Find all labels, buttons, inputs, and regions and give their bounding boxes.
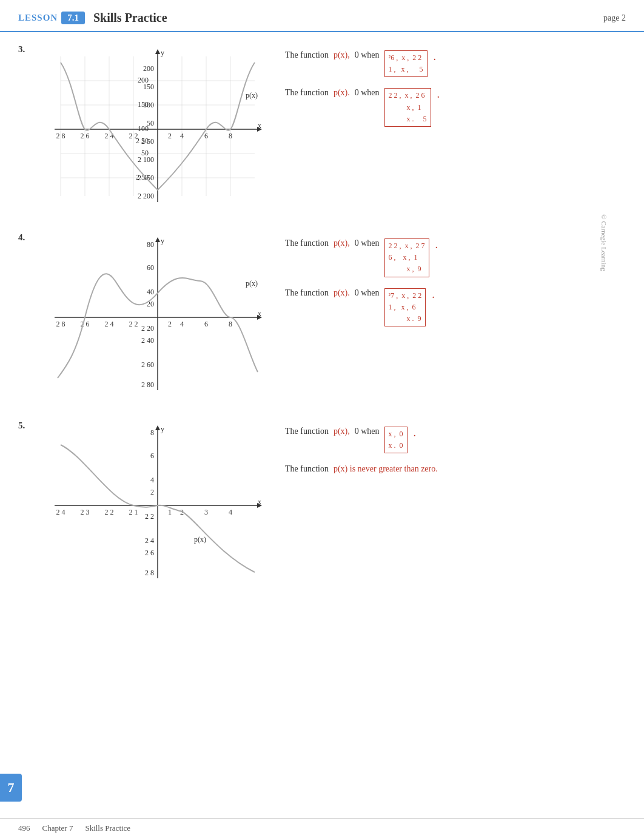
lesson-number: 7.1 [61,12,85,24]
svg-text:y: y [161,425,164,433]
svg-text:2 4: 2 4 [145,536,154,545]
page-footer: 496 Chapter 7 Skills Practice [0,818,644,838]
svg-text:4: 4 [180,132,184,140]
svg-text:2 8: 2 8 [145,569,154,577]
function-zero-3-1: 0 when [355,50,380,60]
svg-text:2 3: 2 3 [81,508,90,516]
svg-text:2 40: 2 40 [141,336,154,345]
svg-text:4: 4 [150,476,154,484]
svg-text:40: 40 [147,288,154,296]
problem-5-line-2: The function p(x) is never greater than … [285,464,626,474]
function-box-4-1: 2 2 , x , 2 76 , x , 1 x , 9 [384,238,429,277]
function-box-3-2: 2 2 , x , 2 6 x , 1 x . 5 [384,88,431,127]
function-box-3-1: ²6 , x , 2 21 , x , 5 [384,50,428,77]
svg-text:2: 2 [150,488,154,496]
problem-3-line-1: The function p(x), 0 when ²6 , x , 2 21 … [285,50,626,77]
problem-3-row: 3. [18,44,626,214]
bracket-4-1: . [435,238,438,251]
svg-text:p(x): p(x) [246,91,258,100]
function-prefix-3-2: The function [285,88,329,98]
problem-4-graph-area: 4. 80 60 40 20 2 20 2 40 2 60 2 80 [18,232,273,402]
svg-text:8: 8 [150,428,154,437]
svg-text:6: 6 [204,132,208,140]
svg-text:2 2: 2 2 [145,512,154,521]
function-zero-4-2: 0 when [355,288,380,298]
function-px-4-2: p(x). [334,288,350,298]
function-box-4-2: ²7 , x , 2 21 , x , 6 x . 9 [384,288,426,327]
svg-text:80: 80 [147,240,154,249]
main-content: 3. [0,38,644,621]
svg-text:2 100: 2 100 [138,155,154,164]
lesson-label: LESSON [18,13,58,23]
svg-text:150: 150 [143,83,154,91]
svg-text:2 1: 2 1 [129,508,138,516]
svg-text:2 6: 2 6 [145,549,154,557]
graph-5: 8 6 4 2 2 2 2 4 2 6 2 8 2 4 2 3 2 2 2 1 … [36,421,267,590]
svg-text:x: x [258,121,261,130]
problem-4-line-1: The function p(x), 0 when 2 2 , x , 2 76… [285,238,626,277]
function-zero-4-1: 0 when [355,238,380,248]
bracket-3-1: . [434,50,437,63]
svg-text:2 80: 2 80 [141,380,154,389]
footer-section: Skills Practice [85,823,130,833]
svg-text:2 8: 2 8 [56,132,65,140]
svg-text:8: 8 [229,132,232,140]
page-number: page 2 [603,13,626,23]
problem-3-line-2: The function p(x). 0 when 2 2 , x , 2 6 … [285,88,626,127]
svg-marker-67 [155,425,160,430]
function-prefix-5-1: The function [285,427,329,436]
problem-5-graph-area: 5. 8 6 4 2 2 2 2 4 2 6 2 8 [18,421,273,590]
page-title: Skills Practice [93,11,603,25]
svg-marker-15 [155,49,160,54]
problem-4-text: The function p(x), 0 when 2 2 , x , 2 76… [273,232,626,326]
bracket-4-2: . [432,288,435,301]
function-px-3-1: p(x), [334,50,350,60]
problem-4-line-2: The function p(x). 0 when ²7 , x , 2 21 … [285,288,626,327]
function-px-5-1: p(x), [334,427,350,436]
watermark-text: © Carnegie Learning [600,214,607,271]
svg-text:2 50: 2 50 [141,137,154,146]
function-zero-5-1: 0 when [355,427,380,436]
svg-text:p(x): p(x) [194,535,206,544]
svg-text:2 200: 2 200 [138,192,154,200]
svg-text:2: 2 [168,320,172,328]
function-px-4-1: p(x), [334,238,350,248]
chapter-tab: 7 [0,774,22,802]
footer-chapter: Chapter 7 [42,823,73,833]
svg-text:20: 20 [147,300,154,308]
problem-4-number: 4. [18,232,25,243]
problem-3-text: The function p(x), 0 when ²6 , x , 2 21 … [273,44,626,127]
svg-text:2 4: 2 4 [56,508,65,516]
function-prefix-5-2: The function [285,464,329,474]
svg-text:2 60: 2 60 [141,360,154,369]
function-prefix-4-2: The function [285,288,329,298]
function-prefix-3-1: The function [285,50,329,60]
svg-text:6: 6 [204,320,208,328]
problem-5-number: 5. [18,421,25,431]
svg-text:3: 3 [204,508,208,516]
function-box-5-1: x , 0x . 0 [384,427,408,453]
svg-text:4: 4 [180,320,184,328]
function-px-5-2: p(x) is never greater than zero. [334,464,438,474]
svg-marker-44 [155,237,160,242]
problem-5-line-1: The function p(x), 0 when x , 0x . 0 . [285,427,626,453]
svg-text:2 20: 2 20 [141,324,154,333]
svg-text:1: 1 [168,508,172,516]
svg-text:2 2: 2 2 [129,320,138,328]
graph-4: 80 60 40 20 2 20 2 40 2 60 2 80 2 8 2 6 … [36,232,267,402]
svg-text:y: y [161,237,164,245]
graph-3: 200 150 100 50 2 50 2 50 200 150 100 50 … [36,44,267,214]
svg-text:50: 50 [147,119,154,127]
svg-text:p(x): p(x) [246,279,258,288]
svg-text:4: 4 [229,508,232,516]
svg-text:2 8: 2 8 [56,320,65,328]
problem-4-row: 4. 80 60 40 20 2 20 2 40 2 60 2 80 [18,232,626,402]
function-px-3-2: p(x). [334,88,350,98]
problem-5-text: The function p(x), 0 when x , 0x . 0 . T… [273,421,626,474]
svg-text:2: 2 [168,132,172,140]
svg-text:2 4: 2 4 [105,320,114,328]
svg-text:x: x [258,498,261,506]
svg-text:2 6: 2 6 [81,132,90,140]
svg-text:100: 100 [143,101,154,109]
page-header: LESSON 7.1 Skills Practice page 2 [0,0,644,32]
